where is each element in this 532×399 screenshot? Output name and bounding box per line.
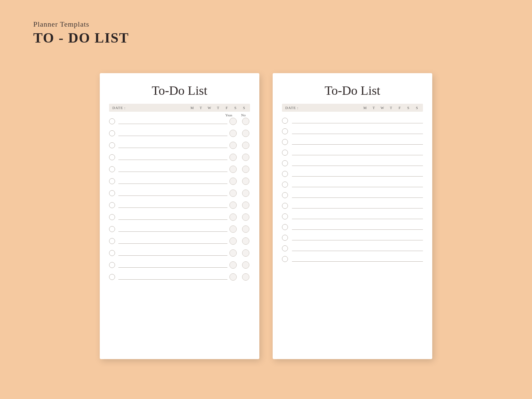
task-row	[109, 249, 250, 257]
task-checkbox[interactable]	[109, 130, 115, 136]
page2-title: To-Do List	[282, 83, 423, 98]
task-checkbox[interactable]	[282, 171, 288, 177]
yes-circle[interactable]	[229, 118, 237, 125]
no-label: No	[239, 113, 248, 117]
task-line	[118, 155, 227, 160]
no-circle[interactable]	[242, 130, 249, 137]
task-checkbox[interactable]	[282, 150, 288, 156]
no-circle[interactable]	[242, 225, 249, 233]
task-checkbox[interactable]	[109, 166, 115, 172]
header: Planner Templats TO - DO LIST	[33, 20, 129, 46]
day-headers-1: M T W T F S S	[190, 106, 247, 110]
task-row	[109, 154, 250, 161]
task-checkbox[interactable]	[282, 139, 288, 145]
day-f: F	[224, 106, 229, 110]
no-circle[interactable]	[242, 201, 249, 209]
yes-circle[interactable]	[229, 142, 237, 149]
task-checkbox[interactable]	[282, 213, 288, 219]
yes-circle[interactable]	[229, 190, 237, 197]
yes-circle[interactable]	[229, 154, 237, 161]
day-f: F	[397, 106, 402, 110]
task-row	[109, 273, 250, 281]
task-checkbox[interactable]	[282, 235, 288, 241]
task-checkbox[interactable]	[109, 226, 115, 232]
no-circle[interactable]	[242, 237, 249, 245]
task-line	[118, 179, 227, 184]
task-checkbox[interactable]	[282, 182, 288, 188]
task-line	[292, 203, 423, 208]
task-line	[292, 224, 423, 230]
task-checkbox[interactable]	[282, 192, 288, 198]
no-circle[interactable]	[242, 166, 249, 173]
task-checkbox[interactable]	[282, 224, 288, 230]
task-row	[109, 213, 250, 221]
no-circle[interactable]	[242, 154, 249, 161]
yes-circle[interactable]	[229, 213, 237, 221]
date-row-2: DATE : M T W T F S S	[282, 104, 423, 112]
task-line	[292, 235, 423, 240]
task-checkbox[interactable]	[109, 190, 115, 196]
task-line	[292, 171, 423, 177]
task-checkbox[interactable]	[282, 128, 288, 134]
task-checkbox[interactable]	[109, 202, 115, 208]
no-circle[interactable]	[242, 273, 249, 281]
yes-no-circles	[229, 213, 250, 221]
yes-circle[interactable]	[229, 237, 237, 245]
yes-no-circles	[229, 237, 250, 245]
day-s1: S	[233, 106, 238, 110]
task-checkbox[interactable]	[109, 274, 115, 280]
no-circle[interactable]	[242, 142, 249, 149]
task-row	[109, 201, 250, 209]
task-line	[292, 214, 423, 219]
task-checkbox[interactable]	[109, 142, 115, 148]
yes-circle[interactable]	[229, 130, 237, 137]
no-circle[interactable]	[242, 118, 249, 125]
no-circle[interactable]	[242, 178, 249, 185]
task-checkbox[interactable]	[109, 178, 115, 184]
day-m: M	[362, 106, 368, 110]
task-line	[292, 193, 423, 198]
day-m: M	[190, 106, 195, 110]
task-line	[118, 131, 227, 136]
no-circle[interactable]	[242, 249, 249, 257]
day-t2: T	[388, 106, 394, 110]
task-line	[292, 129, 423, 134]
yes-circle[interactable]	[229, 225, 237, 233]
yes-circle[interactable]	[229, 201, 237, 209]
task-line	[292, 139, 423, 145]
no-circle[interactable]	[242, 190, 249, 197]
yes-circle[interactable]	[229, 261, 237, 269]
task-row	[109, 142, 250, 149]
task-line	[118, 250, 227, 256]
yes-circle[interactable]	[229, 178, 237, 185]
task-checkbox[interactable]	[282, 203, 288, 209]
yes-label: Yeas	[224, 113, 233, 117]
task-checkbox[interactable]	[282, 256, 288, 262]
no-circle[interactable]	[242, 213, 249, 221]
yes-no-header: Yeas No	[109, 113, 250, 117]
yes-no-circles	[229, 249, 250, 257]
task-checkbox[interactable]	[282, 118, 288, 124]
task-row	[109, 261, 250, 269]
task-checkbox[interactable]	[109, 238, 115, 244]
task-row	[109, 190, 250, 197]
day-t2: T	[215, 106, 221, 110]
task-line	[118, 214, 227, 220]
task-row	[109, 178, 250, 185]
yes-circle[interactable]	[229, 166, 237, 173]
task-checkbox[interactable]	[282, 160, 288, 166]
task-checkbox[interactable]	[109, 154, 115, 160]
task-checkbox[interactable]	[109, 262, 115, 268]
task-row	[282, 213, 423, 219]
task-row	[109, 225, 250, 233]
no-circle[interactable]	[242, 261, 249, 269]
task-line	[292, 118, 423, 123]
yes-circle[interactable]	[229, 249, 237, 257]
yes-circle[interactable]	[229, 273, 237, 281]
task-checkbox[interactable]	[109, 214, 115, 220]
task-checkbox[interactable]	[282, 245, 288, 251]
task-line	[118, 262, 227, 268]
task-row	[282, 160, 423, 166]
task-checkbox[interactable]	[109, 118, 115, 124]
task-checkbox[interactable]	[109, 250, 115, 256]
